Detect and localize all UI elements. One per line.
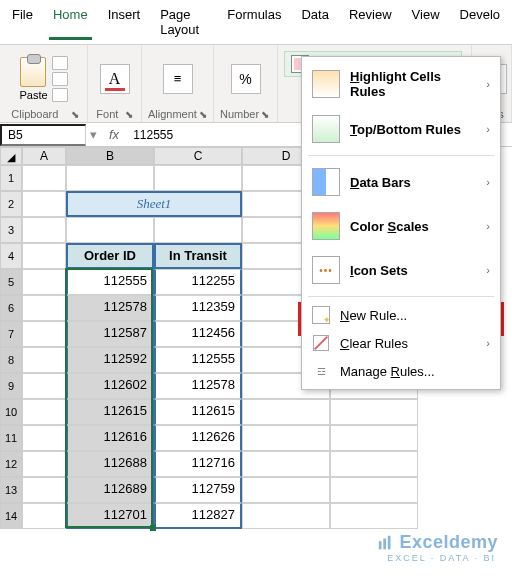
cf-data-bars[interactable]: Data Bars › bbox=[302, 160, 500, 204]
cell-in-transit[interactable]: 112255 bbox=[154, 269, 242, 295]
cell[interactable] bbox=[154, 165, 242, 191]
cell[interactable] bbox=[242, 399, 330, 425]
tab-formulas[interactable]: Formulas bbox=[223, 4, 285, 40]
tab-view[interactable]: View bbox=[408, 4, 444, 40]
cell-in-transit[interactable]: 112578 bbox=[154, 373, 242, 399]
row-header[interactable]: 11 bbox=[0, 425, 22, 451]
tab-developer[interactable]: Develo bbox=[456, 4, 504, 40]
copy-icon[interactable] bbox=[52, 72, 68, 86]
cell[interactable] bbox=[154, 217, 242, 243]
cf-clear-rules[interactable]: Clear Rules › bbox=[302, 329, 500, 357]
cell-in-transit[interactable]: 112359 bbox=[154, 295, 242, 321]
font-color-icon[interactable]: A bbox=[100, 64, 130, 94]
cell[interactable] bbox=[330, 399, 418, 425]
cell[interactable] bbox=[242, 503, 330, 529]
table-header-order-id[interactable]: Order ID bbox=[66, 243, 154, 269]
paste-button[interactable]: Paste bbox=[19, 57, 47, 101]
cell-order-id[interactable]: 112616 bbox=[66, 425, 154, 451]
cell[interactable] bbox=[22, 399, 66, 425]
cell[interactable] bbox=[22, 217, 66, 243]
cell[interactable] bbox=[22, 425, 66, 451]
cell-order-id[interactable]: 112701 bbox=[66, 503, 154, 529]
column-header-a[interactable]: A bbox=[22, 147, 66, 165]
name-box[interactable] bbox=[0, 124, 86, 146]
alignment-dialog-launcher[interactable]: ⬊ bbox=[197, 109, 209, 120]
tab-page-layout[interactable]: Page Layout bbox=[156, 4, 211, 40]
cell[interactable] bbox=[22, 477, 66, 503]
cell-in-transit[interactable]: 112827 bbox=[154, 503, 242, 529]
cell-order-id[interactable]: 112602 bbox=[66, 373, 154, 399]
cell[interactable] bbox=[22, 503, 66, 529]
sheet-title-cell[interactable]: Sheet1 bbox=[66, 191, 242, 217]
cell-in-transit[interactable]: 112626 bbox=[154, 425, 242, 451]
number-dialog-launcher[interactable]: ⬊ bbox=[259, 109, 271, 120]
cell[interactable] bbox=[22, 347, 66, 373]
tab-file[interactable]: File bbox=[8, 4, 37, 40]
row-header[interactable]: 14 bbox=[0, 503, 22, 529]
cf-color-scales[interactable]: Color Scales › bbox=[302, 204, 500, 248]
row-header[interactable]: 10 bbox=[0, 399, 22, 425]
column-header-c[interactable]: C bbox=[154, 147, 242, 165]
row-header[interactable]: 12 bbox=[0, 451, 22, 477]
cut-icon[interactable] bbox=[52, 56, 68, 70]
tab-home[interactable]: Home bbox=[49, 4, 92, 40]
cell[interactable] bbox=[330, 425, 418, 451]
row-header[interactable]: 5 bbox=[0, 269, 22, 295]
cell-order-id[interactable]: 112555 bbox=[66, 269, 154, 295]
row-header[interactable]: 2 bbox=[0, 191, 22, 217]
tab-data[interactable]: Data bbox=[297, 4, 332, 40]
cf-manage-rules[interactable]: Manage Rules... bbox=[302, 357, 500, 385]
cell-order-id[interactable]: 112688 bbox=[66, 451, 154, 477]
cell[interactable] bbox=[22, 243, 66, 269]
cell[interactable] bbox=[22, 373, 66, 399]
alignment-icon[interactable]: ≡ bbox=[163, 64, 193, 94]
cell[interactable] bbox=[66, 165, 154, 191]
cell[interactable] bbox=[22, 165, 66, 191]
cell[interactable] bbox=[242, 425, 330, 451]
cell[interactable] bbox=[242, 477, 330, 503]
name-box-dropdown-icon[interactable]: ▾ bbox=[86, 127, 101, 142]
cell[interactable] bbox=[22, 269, 66, 295]
fx-icon[interactable]: fx bbox=[101, 127, 127, 142]
row-header[interactable]: 8 bbox=[0, 347, 22, 373]
cf-icon-sets[interactable]: Icon Sets › bbox=[302, 248, 500, 292]
cell[interactable] bbox=[330, 477, 418, 503]
cell-in-transit[interactable]: 112615 bbox=[154, 399, 242, 425]
cell[interactable] bbox=[22, 321, 66, 347]
cell[interactable] bbox=[22, 295, 66, 321]
cell-order-id[interactable]: 112592 bbox=[66, 347, 154, 373]
cf-new-rule[interactable]: New Rule... bbox=[302, 301, 500, 329]
tab-review[interactable]: Review bbox=[345, 4, 396, 40]
cell[interactable] bbox=[22, 191, 66, 217]
row-header[interactable]: 13 bbox=[0, 477, 22, 503]
cell-in-transit[interactable]: 112555 bbox=[154, 347, 242, 373]
cf-top-bottom-rules[interactable]: Top/Bottom Rules › bbox=[302, 107, 500, 151]
select-all-corner[interactable]: ◢ bbox=[0, 147, 22, 165]
number-format-icon[interactable]: % bbox=[231, 64, 261, 94]
font-dialog-launcher[interactable]: ⬊ bbox=[123, 109, 135, 120]
cell-in-transit[interactable]: 112456 bbox=[154, 321, 242, 347]
cell[interactable] bbox=[22, 451, 66, 477]
fill-handle[interactable] bbox=[150, 525, 156, 531]
table-header-in-transit[interactable]: In Transit bbox=[154, 243, 242, 269]
tab-insert[interactable]: Insert bbox=[104, 4, 145, 40]
format-painter-icon[interactable] bbox=[52, 88, 68, 102]
row-header[interactable]: 3 bbox=[0, 217, 22, 243]
cell-order-id[interactable]: 112615 bbox=[66, 399, 154, 425]
cell-order-id[interactable]: 112689 bbox=[66, 477, 154, 503]
cell-in-transit[interactable]: 112716 bbox=[154, 451, 242, 477]
cell[interactable] bbox=[66, 217, 154, 243]
row-header[interactable]: 7 bbox=[0, 321, 22, 347]
cell-in-transit[interactable]: 112759 bbox=[154, 477, 242, 503]
cell-order-id[interactable]: 112578 bbox=[66, 295, 154, 321]
row-header[interactable]: 4 bbox=[0, 243, 22, 269]
cell-order-id[interactable]: 112587 bbox=[66, 321, 154, 347]
cell[interactable] bbox=[330, 503, 418, 529]
row-header[interactable]: 9 bbox=[0, 373, 22, 399]
cf-highlight-cells-rules[interactable]: Highlight Cells Rules › bbox=[302, 61, 500, 107]
row-header[interactable]: 1 bbox=[0, 165, 22, 191]
column-header-b[interactable]: B bbox=[66, 147, 154, 165]
cell[interactable] bbox=[330, 451, 418, 477]
cell[interactable] bbox=[242, 451, 330, 477]
row-header[interactable]: 6 bbox=[0, 295, 22, 321]
